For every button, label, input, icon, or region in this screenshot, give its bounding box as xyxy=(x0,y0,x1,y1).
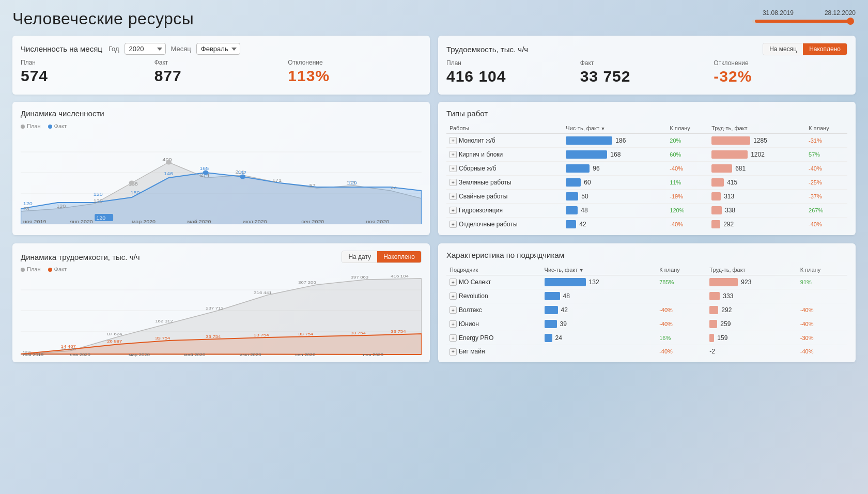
svg-text:367 206: 367 206 xyxy=(298,280,316,285)
table-row: +Монолит ж/б 186 20% 1285 -31% xyxy=(446,134,847,148)
table-row: +Сборные ж/б 96 -40% 681 -40% xyxy=(446,162,847,176)
svg-text:44: 44 xyxy=(391,186,397,191)
month-label: Месяц xyxy=(171,45,191,53)
headcount-fact: Факт 877 xyxy=(154,59,288,85)
col-contractor-headcount[interactable]: Чис-ть, факт xyxy=(541,265,657,275)
svg-text:120: 120 xyxy=(348,180,357,186)
expand-btn[interactable]: + xyxy=(450,320,457,328)
expand-btn[interactable]: + xyxy=(450,137,457,144)
col-labor-plan: К плану xyxy=(805,123,847,134)
svg-text:120: 120 xyxy=(56,204,66,209)
svg-point-30 xyxy=(166,160,172,164)
svg-text:237 713: 237 713 xyxy=(206,306,224,311)
expand-btn[interactable]: + xyxy=(450,179,457,186)
month-select[interactable]: Февраль xyxy=(196,43,240,55)
expand-btn[interactable]: + xyxy=(450,348,457,356)
svg-text:120: 120 xyxy=(94,192,103,197)
svg-text:165: 165 xyxy=(199,166,209,171)
svg-text:146: 146 xyxy=(164,171,173,176)
expand-btn[interactable]: + xyxy=(450,151,457,158)
col-contractor-hc-plan: К плану xyxy=(656,265,706,275)
col-contractor: Подрядчик xyxy=(446,265,541,275)
col-contractor-labor: Труд-ть, факт xyxy=(706,265,797,275)
col-work: Работы xyxy=(446,123,563,134)
svg-text:сен 2020: сен 2020 xyxy=(295,352,315,357)
table-row: +Кирпич и блоки 168 60% 1202 57% xyxy=(446,148,847,162)
headcount-deviation: Отклонение 113% xyxy=(288,59,422,85)
labor-dynamics-toggle: На дату Накоплено xyxy=(342,251,422,263)
contractors-title: Характеристика по подрядчикам xyxy=(446,251,847,259)
expand-btn[interactable]: + xyxy=(450,193,457,200)
svg-text:июл 2020: июл 2020 xyxy=(243,219,267,224)
expand-btn[interactable]: + xyxy=(450,292,457,300)
svg-point-32 xyxy=(203,171,208,175)
svg-text:120: 120 xyxy=(96,215,105,221)
svg-text:316 441: 316 441 xyxy=(254,290,272,295)
svg-text:120: 120 xyxy=(23,201,33,206)
svg-text:сен 2020: сен 2020 xyxy=(301,219,324,224)
table-row: +Свайные работы 50 -19% 313 -37% xyxy=(446,190,847,204)
labor-title: Трудоемкость, тыс. ч/ч xyxy=(446,45,528,54)
expand-btn[interactable]: + xyxy=(450,165,457,172)
date-range-bar[interactable] xyxy=(752,20,856,23)
work-types-table: Работы Чис-ть, факт К плану Труд-ть, фак… xyxy=(446,123,847,231)
labor-plan: План 416 104 xyxy=(446,59,580,85)
expand-btn[interactable]: + xyxy=(450,221,457,228)
table-row: +Земляные работы 60 11% 415 -25% xyxy=(446,176,847,190)
svg-text:14 467: 14 467 xyxy=(61,344,76,349)
headcount-plan: План 574 xyxy=(21,59,154,85)
table-row: +Гидроизоляция 48 120% 338 267% xyxy=(446,204,847,218)
expand-btn[interactable]: + xyxy=(450,279,457,286)
svg-text:26 887: 26 887 xyxy=(107,339,122,344)
contractors-table: Подрядчик Чис-ть, факт К плану Труд-ть, … xyxy=(446,265,847,358)
headcount-panel: Численность на месяц Год 2020 Месяц Февр… xyxy=(12,36,430,95)
headcount-filters: Год 2020 Месяц Февраль xyxy=(109,43,240,55)
table-row: +МО Селект 132 785% 923 91% xyxy=(446,275,847,289)
svg-text:ноя 2020: ноя 2020 xyxy=(366,219,390,224)
labor-fact: Факт 33 752 xyxy=(580,59,714,85)
headcount-title: Численность на месяц xyxy=(21,44,102,53)
svg-text:57: 57 xyxy=(309,183,316,188)
contractors-table-container[interactable]: Подрядчик Чис-ть, факт К плану Труд-ть, … xyxy=(446,265,847,358)
svg-text:150: 150 xyxy=(131,190,140,195)
labor-btn-month[interactable]: На месяц xyxy=(763,43,803,55)
svg-text:87 624: 87 624 xyxy=(107,332,122,336)
expand-btn[interactable]: + xyxy=(450,306,457,314)
table-row: +Юнион 39 -40% 259 -40% xyxy=(446,317,847,331)
svg-text:янв 2020: янв 2020 xyxy=(70,219,94,224)
labor-dynamics-btn-accum[interactable]: Накоплено xyxy=(377,251,421,263)
labor-dynamics-legend: План Факт xyxy=(21,266,422,272)
col-headcount-plan: К плану xyxy=(667,123,708,134)
svg-text:ноя 2019: ноя 2019 xyxy=(23,352,44,357)
svg-text:120: 120 xyxy=(94,198,103,204)
labor-dynamics-btn-date[interactable]: На дату xyxy=(342,251,377,263)
expand-btn[interactable]: + xyxy=(450,207,457,214)
date-range-fill xyxy=(755,20,853,23)
svg-point-33 xyxy=(240,175,245,179)
table-row: +Revolution 48 333 xyxy=(446,289,847,303)
table-row: +Отделочные работы 42 -40% 292 -40% xyxy=(446,218,847,231)
svg-text:33 754: 33 754 xyxy=(351,331,366,335)
table-row: +Волтекс 42 -40% 292 -40% xyxy=(446,303,847,317)
labor-btn-accum[interactable]: Накоплено xyxy=(803,43,847,55)
work-types-table-container[interactable]: Работы Чис-ть, факт К плану Труд-ть, фак… xyxy=(446,123,847,231)
svg-text:33 754: 33 754 xyxy=(206,334,221,339)
col-headcount-fact[interactable]: Чис-ть, факт xyxy=(563,123,667,134)
svg-text:мар 2020: мар 2020 xyxy=(129,352,150,357)
svg-text:162 312: 162 312 xyxy=(155,319,173,323)
year-label: Год xyxy=(109,45,119,53)
labor-kpis: План 416 104 Факт 33 752 Отклонение -32% xyxy=(446,59,847,85)
date-range-header: 31.08.2019 28.12.2020 xyxy=(752,9,856,23)
svg-text:23: 23 xyxy=(23,206,29,211)
year-select[interactable]: 2020 xyxy=(125,43,166,55)
work-types-title: Типы работ xyxy=(446,109,847,118)
expand-btn[interactable]: + xyxy=(450,334,457,342)
col-contractor-labor-plan: К плану xyxy=(797,265,847,275)
table-row: +Energy PRO 24 16% 159 -30% xyxy=(446,331,847,345)
svg-text:ноя 2019: ноя 2019 xyxy=(23,219,47,224)
col-labor-fact: Труд-ть, факт xyxy=(708,123,805,134)
labor-toggle: На месяц Накоплено xyxy=(763,43,847,55)
labor-deviation: Отклонение -32% xyxy=(714,59,847,85)
headcount-kpis: План 574 Факт 877 Отклонение 113% xyxy=(21,59,422,85)
svg-text:янв 2020: янв 2020 xyxy=(70,352,90,357)
